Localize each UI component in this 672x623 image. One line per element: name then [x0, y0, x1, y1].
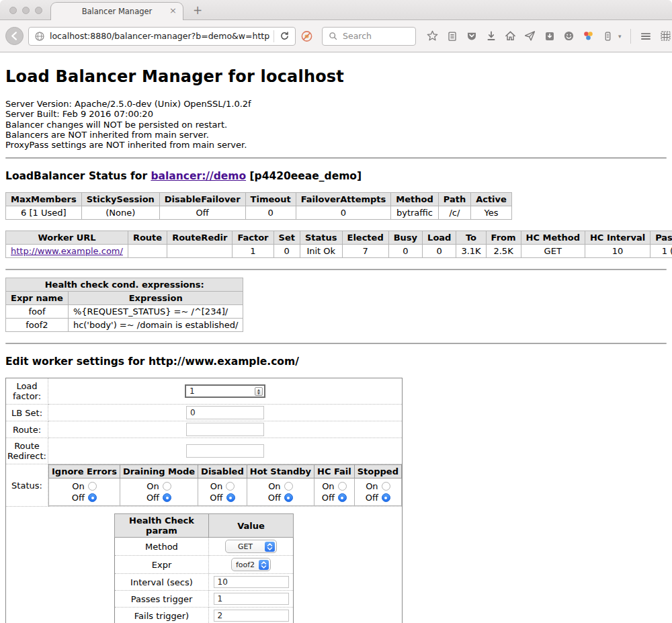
column-header: Passes	[650, 231, 672, 245]
column-header: Elected	[342, 231, 388, 245]
column-header: Expression	[68, 292, 243, 305]
menu-hamburger-icon[interactable]	[640, 30, 653, 42]
table-row: Health Check param Value	[115, 514, 294, 538]
status-hc-fail-cell: On Off	[314, 479, 355, 506]
fails-trigger-label: Fails trigger)	[115, 608, 209, 623]
table-cell: bytraffic	[391, 206, 438, 220]
tab-balancer-manager[interactable]: Balancer Manager ×	[50, 2, 183, 20]
health-check-param-table: Health Check param Value Method GET	[114, 513, 294, 623]
divider	[5, 269, 667, 270]
container-tabs-icon[interactable]	[601, 30, 614, 42]
search-bar[interactable]	[322, 27, 416, 46]
new-tab-button[interactable]: +	[193, 3, 202, 17]
reading-list-icon[interactable]	[446, 30, 458, 42]
radio-hc-fail-on[interactable]	[338, 482, 347, 491]
downloads-icon[interactable]	[485, 30, 497, 42]
radio-label-on: On	[322, 481, 334, 491]
method-select[interactable]: GET	[225, 540, 277, 553]
table-row: 6 [1 Used] (None) Off 0 0 bytraffic /c/ …	[6, 206, 512, 220]
radio-hot-standby-on[interactable]	[284, 482, 293, 491]
route-label: Route:	[6, 421, 48, 438]
table-cell: 0	[423, 245, 456, 258]
chevron-down-icon[interactable]: ▾	[618, 33, 622, 40]
column-header: Path	[438, 193, 470, 206]
passes-trigger-input[interactable]	[214, 593, 289, 605]
zoom-window-button[interactable]	[35, 7, 42, 14]
search-icon	[327, 30, 339, 42]
status-ignore-errors-cell: On Off	[49, 479, 120, 506]
radio-ignore-errors-off[interactable]	[88, 493, 97, 502]
minimize-window-button[interactable]	[22, 7, 30, 14]
balancer-link[interactable]: balancer://demo	[151, 170, 246, 182]
table-cell: 7	[342, 245, 388, 258]
form-row: LB Set:	[6, 405, 403, 421]
column-header: Ignore Errors	[49, 465, 120, 479]
column-header: To	[456, 231, 486, 245]
number-stepper-icon[interactable]: ▲▼	[255, 387, 263, 396]
radio-label-on: On	[210, 481, 222, 491]
server-version-line: Server Version: Apache/2.5.0-dev (Unix) …	[5, 99, 667, 109]
send-tab-icon[interactable]	[523, 30, 536, 42]
column-header: From	[486, 231, 521, 245]
home-icon[interactable]	[504, 30, 517, 42]
radio-disabled-off[interactable]	[226, 493, 235, 502]
close-window-button[interactable]	[9, 7, 17, 14]
worker-url-link[interactable]: http://www.example.com/	[11, 246, 123, 256]
fails-trigger-input[interactable]	[214, 610, 289, 622]
window-controls[interactable]	[9, 7, 42, 14]
pocket-icon[interactable]	[465, 30, 478, 42]
table-cell	[128, 245, 167, 258]
reload-icon[interactable]	[278, 30, 291, 42]
table-cell: foof	[6, 305, 69, 319]
table-cell	[167, 245, 233, 258]
table-cell: Off	[159, 206, 245, 220]
table-cell: GET	[521, 245, 585, 258]
blocked-content-icon[interactable]	[300, 30, 313, 42]
back-button[interactable]	[5, 27, 24, 45]
tab-title: Balancer Manager	[82, 7, 153, 16]
load-factor-input[interactable]	[185, 384, 265, 398]
radio-draining-mode-on[interactable]	[163, 482, 171, 491]
column-header: Set	[274, 231, 300, 245]
radio-hot-standby-off[interactable]	[284, 493, 293, 502]
heading-prefix: LoadBalancer Status for	[5, 170, 151, 182]
table-cell: http://www.example.com/	[6, 245, 128, 258]
radio-ignore-errors-on[interactable]	[88, 482, 97, 491]
route-redirect-input[interactable]	[186, 444, 264, 458]
balancer-status-heading: LoadBalancer Status for balancer://demo …	[5, 170, 667, 182]
expr-label: Expr	[115, 556, 209, 574]
radio-draining-mode-off[interactable]	[163, 493, 171, 502]
url-bar[interactable]: localhost:8880/balancer-manager?b=demo&w…	[28, 27, 296, 46]
route-input[interactable]	[186, 423, 264, 436]
select-stepper-icon	[265, 542, 275, 552]
table-row: Expr foof2	[115, 556, 294, 574]
radio-label-on: On	[268, 481, 280, 491]
bookmark-star-icon[interactable]	[426, 30, 439, 42]
table-row: MaxMembers StickySession DisableFailover…	[6, 193, 512, 206]
radio-label-off: Off	[146, 493, 159, 503]
radio-disabled-on[interactable]	[226, 482, 235, 491]
balancer-status-table: MaxMembers StickySession DisableFailover…	[5, 192, 512, 220]
select-stepper-icon	[259, 560, 269, 570]
form-row: Route Redirect:	[6, 438, 403, 464]
lb-set-input[interactable]	[186, 406, 264, 419]
radio-stopped-on[interactable]	[382, 482, 390, 491]
tab-close-icon[interactable]: ×	[169, 6, 177, 15]
interval-input[interactable]	[214, 576, 289, 588]
colored-dots-extension-icon[interactable]	[582, 30, 595, 42]
table-title: Health check cond. expressions:	[6, 278, 243, 292]
search-input[interactable]	[343, 31, 410, 41]
chat-smiley-icon[interactable]	[562, 30, 575, 42]
expr-select[interactable]: foof2	[231, 558, 271, 571]
radio-label-on: On	[146, 481, 159, 491]
table-cell: 2.5K	[486, 245, 521, 258]
sidebar-grid-icon[interactable]	[659, 30, 672, 42]
status-draining-mode-cell: On Off	[120, 479, 198, 506]
inherit-note-line: Balancers are NOT inherited from main se…	[5, 130, 667, 140]
column-header: RouteRedir	[167, 231, 233, 245]
radio-stopped-off[interactable]	[382, 493, 390, 502]
url-input[interactable]: localhost:8880/balancer-manager?b=demo&w…	[50, 31, 269, 41]
radio-hc-fail-off[interactable]	[338, 493, 347, 502]
table-row: Fails trigger)	[115, 608, 294, 623]
extension-download-icon[interactable]	[543, 30, 556, 42]
